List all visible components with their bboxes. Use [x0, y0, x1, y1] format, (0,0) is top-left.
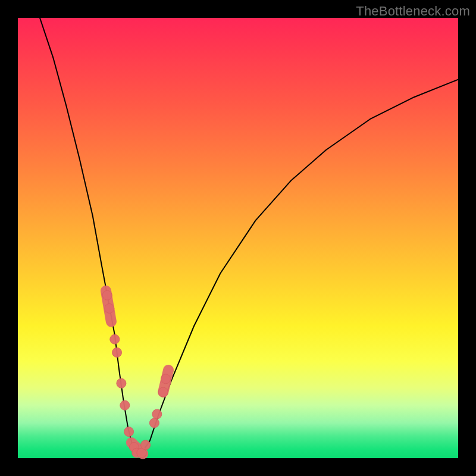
svg-point-17: [161, 374, 171, 384]
svg-point-5: [110, 334, 120, 344]
bottleneck-curve: [40, 18, 458, 454]
svg-point-9: [124, 427, 134, 437]
svg-point-4: [105, 303, 114, 313]
svg-point-6: [112, 347, 122, 357]
svg-point-8: [120, 400, 130, 410]
watermark-text: TheBottleneck.com: [356, 4, 470, 19]
svg-point-14: [149, 418, 159, 428]
svg-point-15: [152, 409, 162, 419]
curve-layer: [18, 18, 458, 458]
plot-area: [18, 18, 458, 458]
svg-point-3: [102, 290, 112, 300]
svg-point-13: [141, 440, 151, 450]
svg-point-16: [158, 387, 168, 397]
highlighted-ranges: [106, 291, 168, 454]
svg-point-7: [117, 378, 126, 388]
chart-stage: TheBottleneck.com: [0, 0, 476, 476]
